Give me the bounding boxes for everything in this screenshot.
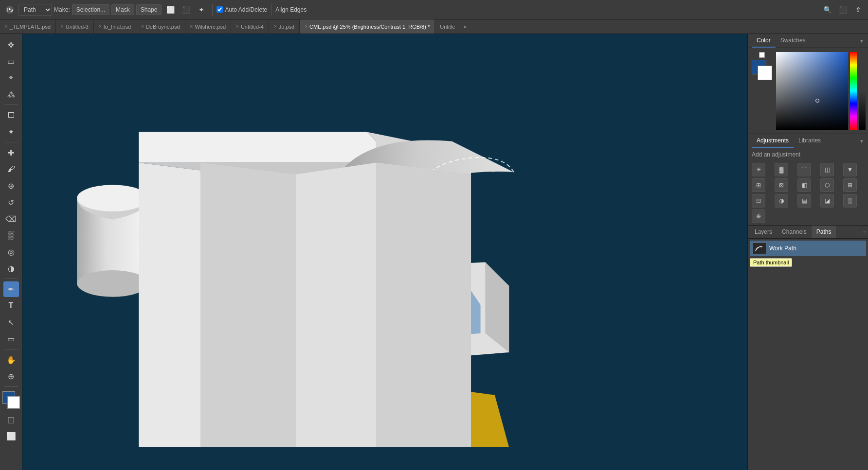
workspace-icon[interactable]: ⬛ [836,3,850,17]
layers-panel: Layers Channels Paths ≡ Work Path Path [748,226,868,470]
adj-channelmixer[interactable]: ⊞ [843,178,857,192]
tabs-overflow[interactable]: » [460,19,470,34]
tab-untitled4[interactable]: × Untitled-4 [231,19,269,34]
tab-close-cme[interactable]: × [305,24,307,29]
adj-brightness[interactable]: ☀ [752,163,765,176]
tab-close-fofinal[interactable]: × [99,24,102,29]
left-toolbar: ✥ ▭ ⌖ ⁂ ⧠ ✦ ✚ 🖌 ⊕ ↺ ⌫ ▒ ◎ ◑ ✒ T ↖ ▭ ✋ ⊕ … [0,34,22,470]
swap-colors-icon[interactable]: ↕ [759,52,765,58]
tab-jo[interactable]: × Jo.psd [269,19,300,34]
color-area [2,389,20,411]
eyedropper-tool[interactable]: ✦ [3,124,19,139]
tab-channels[interactable]: Channels [777,226,812,238]
adj-bw[interactable]: ◧ [797,178,811,192]
tab-untitle[interactable]: Untitle [435,19,460,34]
crop-tool[interactable]: ⧠ [3,107,19,123]
tab-fofinal[interactable]: × fo_final.psd [94,19,136,34]
tab-close-template[interactable]: × [5,24,8,29]
hand-tool[interactable]: ✋ [3,352,19,367]
search-icon[interactable]: 🔍 [820,3,834,17]
adj-exposure[interactable]: ◫ [820,163,834,176]
eraser-tool[interactable]: ⌫ [3,211,19,226]
dodge-tool[interactable]: ◑ [3,261,19,276]
heal-tool[interactable]: ✚ [3,145,19,160]
tab-template[interactable]: × _TEMPLATE.psd [0,19,56,34]
adj-threshold[interactable]: ◪ [820,194,834,208]
adj-posterize[interactable]: ▤ [797,194,811,208]
color-content: ↕ [748,48,868,134]
tab-wilshere[interactable]: × Wilshere.psd [185,19,231,34]
adj-invert[interactable]: ◑ [775,194,788,208]
svg-text:Ps: Ps [7,7,13,13]
adj-vibrance[interactable]: ▼ [843,163,857,176]
path-select-tool[interactable]: ↖ [3,314,19,330]
shape-tool[interactable]: ▭ [3,331,19,347]
tab-debruyne[interactable]: × DeBruyne.psd [136,19,185,34]
tab-libraries[interactable]: Libraries [794,134,826,148]
canvas-inner[interactable] [22,34,747,470]
clone-tool[interactable]: ⊕ [3,178,19,193]
path-icon1[interactable]: ⬜ [163,3,177,17]
quick-mask-tool[interactable]: ◫ [3,412,19,427]
canvas-area [22,34,747,470]
adj-gradmap[interactable]: ▒ [843,194,857,208]
adj-curves[interactable]: ⌒ [797,163,811,176]
adj-levels[interactable]: ▓ [775,163,788,176]
background-color[interactable] [7,396,20,409]
adj-hsl[interactable]: ⊞ [752,178,765,192]
pen-tool[interactable]: ✒ [3,281,19,297]
tab-close-untitled4[interactable]: × [236,24,239,29]
svg-point-5 [77,185,148,211]
history-brush-tool[interactable]: ↺ [3,194,19,210]
auto-add-delete-checkbox[interactable] [217,6,223,13]
tab-close-wilshere[interactable]: × [190,24,193,29]
tab-cme[interactable]: × CME.psd @ 25% (Brightness/Contrast 1, … [300,19,435,34]
tab-layers[interactable]: Layers [750,226,777,238]
tool-mode-dropdown[interactable]: PathShape [18,4,52,16]
text-tool[interactable]: T [3,298,19,313]
lt-sep4 [4,349,18,349]
tab-paths[interactable]: Paths [812,226,836,238]
tab-swatches[interactable]: Swatches [776,34,811,48]
background-swatch[interactable] [758,66,772,80]
fg-bg-swatch: ↕ [752,52,772,130]
hue-slider[interactable] [850,52,857,130]
gradient-tool[interactable]: ▒ [3,227,19,243]
adj-colorlookup[interactable]: ⊟ [752,194,765,208]
zoom-tool[interactable]: ⊕ [3,368,19,384]
color-panel-collapse[interactable]: ▼ [859,38,864,44]
move-tool[interactable]: ✥ [3,37,19,52]
adj-photofilter[interactable]: ⬡ [820,178,834,192]
path-icon2[interactable]: ⬛ [179,3,193,17]
tab-adjustments[interactable]: Adjustments [752,134,794,148]
blur-tool[interactable]: ◎ [3,244,19,260]
layers-panel-collapse[interactable]: ≡ [863,229,866,235]
work-path-row[interactable]: Work Path [750,241,866,256]
magic-wand-tool[interactable]: ⁂ [3,87,19,102]
tabs-bar: × _TEMPLATE.psd × Untitled-3 × fo_final.… [0,19,868,34]
tab-close-debruyne[interactable]: × [141,24,144,29]
lt-sep2 [4,142,18,142]
adj-panel-tabs: Adjustments Libraries ▼ [748,134,868,148]
path-icon3[interactable]: ✦ [195,3,208,17]
tab-close-jo[interactable]: × [274,24,277,29]
adjustments-panel: Adjustments Libraries ▼ Add an adjustmen… [748,134,868,226]
shape-button[interactable]: Shape [136,4,162,15]
adj-selective[interactable]: ⊕ [752,209,765,223]
brush-tool[interactable]: 🖌 [3,161,19,177]
color-gradient-area[interactable] [776,52,848,130]
tab-color[interactable]: Color [752,34,776,48]
lasso-tool[interactable]: ⌖ [3,70,19,86]
tab-untitled3[interactable]: × Untitled-3 [56,19,94,34]
rect-select-tool[interactable]: ▭ [3,53,19,69]
screen-mode-tool[interactable]: ⬜ [3,428,19,444]
adj-panel-collapse[interactable]: ▼ [859,139,864,144]
svg-point-6 [77,270,148,297]
mask-button[interactable]: Mask [111,4,134,15]
share-icon[interactable]: ⇪ [851,3,865,17]
auto-add-delete-area: Auto Add/Delete [217,6,267,13]
tab-close-untitled3[interactable]: × [61,24,64,29]
adj-colorbalance[interactable]: ⊠ [775,178,788,192]
selection-button[interactable]: Selection... [72,4,109,15]
opacity-slider[interactable] [859,52,866,130]
